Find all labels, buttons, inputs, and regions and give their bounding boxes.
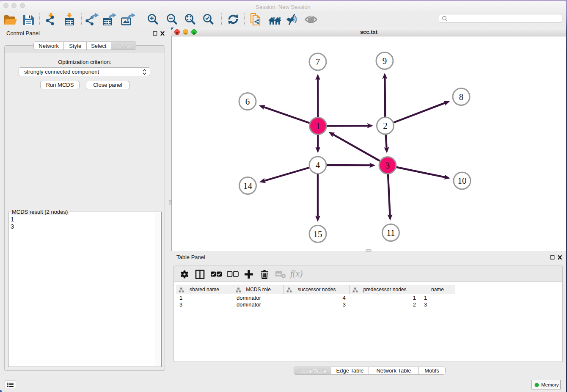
svg-text:4: 4	[316, 160, 320, 170]
svg-text:15: 15	[314, 229, 322, 239]
svg-text:1: 1	[316, 121, 320, 131]
svg-text:9: 9	[383, 56, 387, 66]
svg-text:11: 11	[386, 228, 395, 238]
svg-text:8: 8	[459, 92, 464, 102]
svg-text:14: 14	[243, 181, 253, 191]
svg-text:10: 10	[458, 176, 467, 186]
svg-text:6: 6	[245, 97, 250, 107]
svg-text:3: 3	[385, 160, 390, 171]
svg-text:2: 2	[383, 121, 388, 131]
svg-text:7: 7	[316, 57, 320, 67]
